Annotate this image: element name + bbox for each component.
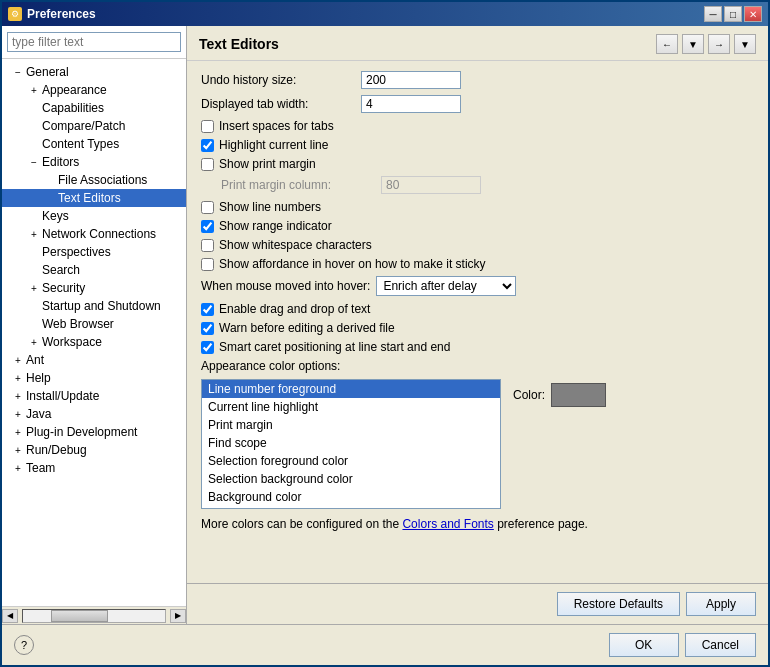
color-option-selection-fg[interactable]: Selection foreground color [202,452,500,470]
tree-label-keys: Keys [42,209,186,223]
smart-caret-checkbox[interactable] [201,341,214,354]
tree-item-network-connections[interactable]: + Network Connections [2,225,186,243]
filter-input[interactable] [7,32,181,52]
insert-spaces-checkbox[interactable] [201,120,214,133]
tree-item-compare-patch[interactable]: Compare/Patch [2,117,186,135]
tree-label-java: Java [26,407,186,421]
color-option-selection-bg[interactable]: Selection background color [202,470,500,488]
toggle-install[interactable]: + [10,388,26,404]
dropdown-button[interactable]: ▼ [682,34,704,54]
tree-item-file-associations[interactable]: File Associations [2,171,186,189]
toggle-java[interactable]: + [10,406,26,422]
enable-drag-drop-checkbox[interactable] [201,303,214,316]
toggle-ant[interactable]: + [10,352,26,368]
tree-item-keys[interactable]: Keys [2,207,186,225]
tree-item-editors[interactable]: − Editors [2,153,186,171]
toggle-run-debug[interactable]: + [10,442,26,458]
color-option-find-scope[interactable]: Find scope [202,434,500,452]
tab-width-input[interactable] [361,95,461,113]
help-button[interactable]: ? [14,635,34,655]
more-button[interactable]: ▼ [734,34,756,54]
tree-item-content-types[interactable]: Content Types [2,135,186,153]
toggle-general[interactable]: − [10,64,26,80]
right-panel: Text Editors ← ▼ → ▼ Undo history size: … [187,26,768,624]
color-option-foreground[interactable]: Foreground color [202,506,500,509]
tree-label-content-types: Content Types [42,137,186,151]
tree-item-startup-shutdown[interactable]: Startup and Shutdown [2,297,186,315]
color-options-listbox[interactable]: Line number foreground Current line high… [201,379,501,509]
tree-item-perspectives[interactable]: Perspectives [2,243,186,261]
close-button[interactable]: ✕ [744,6,762,22]
toggle-search [26,262,42,278]
color-option-line-number-fg[interactable]: Line number foreground [202,380,500,398]
show-whitespace-row: Show whitespace characters [201,238,754,252]
color-option-background[interactable]: Background color [202,488,500,506]
color-option-print-margin[interactable]: Print margin [202,416,500,434]
ok-button[interactable]: OK [609,633,679,657]
forward-button[interactable]: → [708,34,730,54]
scrollbar-thumb[interactable] [51,610,108,622]
print-margin-input[interactable] [381,176,481,194]
tree-item-capabilities[interactable]: Capabilities [2,99,186,117]
tree-item-java[interactable]: + Java [2,405,186,423]
toggle-help[interactable]: + [10,370,26,386]
colors-fonts-link[interactable]: Colors and Fonts [402,517,493,531]
tree-item-web-browser[interactable]: Web Browser [2,315,186,333]
toggle-team[interactable]: + [10,460,26,476]
tree-item-ant[interactable]: + Ant [2,351,186,369]
color-swatch-button[interactable] [551,383,606,407]
back-button[interactable]: ← [656,34,678,54]
toggle-network[interactable]: + [26,226,42,242]
tree-item-workspace[interactable]: + Workspace [2,333,186,351]
toggle-workspace[interactable]: + [26,334,42,350]
restore-defaults-button[interactable]: Restore Defaults [557,592,680,616]
warn-before-editing-label: Warn before editing a derived file [219,321,395,335]
maximize-button[interactable]: □ [724,6,742,22]
tree-item-install-update[interactable]: + Install/Update [2,387,186,405]
minimize-button[interactable]: ─ [704,6,722,22]
tree-label-file-associations: File Associations [58,173,186,187]
show-line-numbers-checkbox[interactable] [201,201,214,214]
apply-button[interactable]: Apply [686,592,756,616]
toggle-content-types [26,136,42,152]
toggle-editors[interactable]: − [26,154,42,170]
listbox-color-row: Line number foreground Current line high… [201,379,754,509]
undo-history-input[interactable] [361,71,461,89]
tree-label-workspace: Workspace [42,335,186,349]
tree-item-security[interactable]: + Security [2,279,186,297]
cancel-button[interactable]: Cancel [685,633,756,657]
scroll-right-button[interactable]: ▶ [170,609,186,623]
tree-item-general[interactable]: − General [2,63,186,81]
tree-item-help[interactable]: + Help [2,369,186,387]
tree-item-team[interactable]: + Team [2,459,186,477]
tree-item-run-debug[interactable]: + Run/Debug [2,441,186,459]
tree-item-appearance[interactable]: + Appearance [2,81,186,99]
show-print-margin-checkbox[interactable] [201,158,214,171]
tree-item-plugin-dev[interactable]: + Plug-in Development [2,423,186,441]
tree-item-text-editors[interactable]: Text Editors [2,189,186,207]
toggle-appearance[interactable]: + [26,82,42,98]
color-option-current-line[interactable]: Current line highlight [202,398,500,416]
show-range-indicator-checkbox[interactable] [201,220,214,233]
tree-label-web-browser: Web Browser [42,317,186,331]
tab-width-label: Displayed tab width: [201,97,361,111]
show-print-margin-row: Show print margin [201,157,754,171]
tree-item-search[interactable]: Search [2,261,186,279]
show-affordance-checkbox[interactable] [201,258,214,271]
hover-select[interactable]: Enrich after delay Enrich immediately Ne… [376,276,516,296]
footer-text-1: More colors can be configured on the [201,517,402,531]
highlight-line-row: Highlight current line [201,138,754,152]
warn-before-editing-checkbox[interactable] [201,322,214,335]
toggle-security[interactable]: + [26,280,42,296]
scroll-left-button[interactable]: ◀ [2,609,18,623]
smart-caret-label: Smart caret positioning at line start an… [219,340,450,354]
toggle-plugin[interactable]: + [10,424,26,440]
highlight-line-checkbox[interactable] [201,139,214,152]
horizontal-scrollbar[interactable] [22,609,166,623]
show-whitespace-checkbox[interactable] [201,239,214,252]
tree-label-text-editors: Text Editors [58,191,186,205]
toggle-compare [26,118,42,134]
tree-label-startup: Startup and Shutdown [42,299,186,313]
tree-label-perspectives: Perspectives [42,245,186,259]
content-area: − General + Appearance Capabilities Comp… [2,26,768,624]
